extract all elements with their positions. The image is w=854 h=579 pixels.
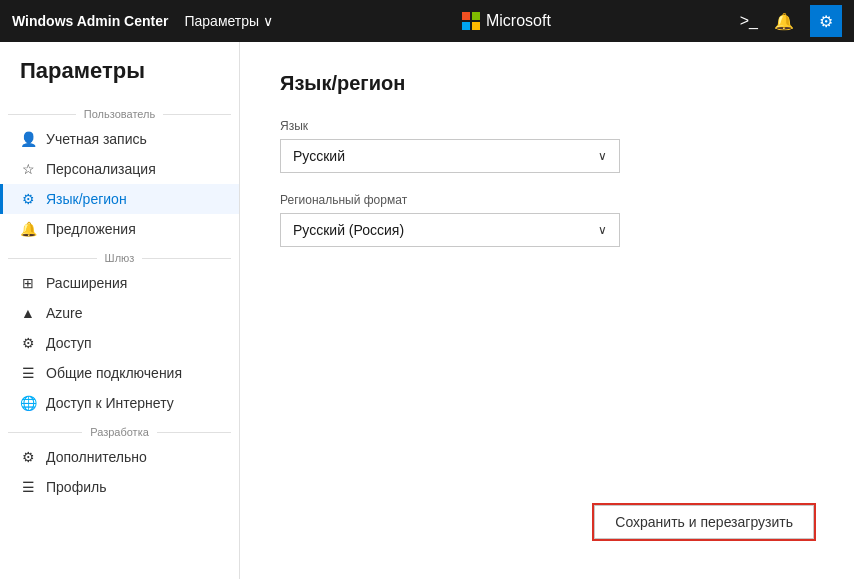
access-icon: ⚙ — [20, 335, 36, 351]
nav-parameters[interactable]: Параметры ∨ — [184, 13, 273, 29]
sidebar-item-label: Общие подключения — [46, 365, 182, 381]
sidebar-item-label: Доступ — [46, 335, 92, 351]
sidebar-item-label: Дополнительно — [46, 449, 147, 465]
language-dropdown[interactable]: Русский ∨ — [280, 139, 620, 173]
app-title: Windows Admin Center — [12, 13, 168, 29]
microsoft-label: Microsoft — [486, 12, 551, 30]
sidebar-section-dev: Разработка — [0, 418, 239, 442]
ms-sq-red — [462, 12, 470, 20]
sidebar-item-label: Язык/регион — [46, 191, 127, 207]
sidebar-item-label: Расширения — [46, 275, 127, 291]
internet-icon: 🌐 — [20, 395, 36, 411]
header: Windows Admin Center Параметры ∨ Microso… — [0, 0, 854, 42]
sidebar-item-internet[interactable]: 🌐 Доступ к Интернету — [0, 388, 239, 418]
header-center: Microsoft — [289, 12, 724, 30]
page-title: Язык/регион — [280, 72, 814, 95]
region-chevron-down-icon: ∨ — [598, 223, 607, 237]
content-area: Язык/регион Язык Русский ∨ Региональный … — [240, 42, 854, 579]
region-dropdown[interactable]: Русский (Россия) ∨ — [280, 213, 620, 247]
microsoft-logo: Microsoft — [462, 12, 551, 30]
bell-small-icon: 🔔 — [20, 221, 36, 237]
sidebar-item-label: Профиль — [46, 479, 106, 495]
region-field-label: Региональный формат — [280, 193, 814, 207]
ms-squares-icon — [462, 12, 480, 30]
sidebar-item-label: Учетная запись — [46, 131, 147, 147]
sidebar: Параметры Пользователь 👤 Учетная запись … — [0, 42, 240, 579]
extensions-icon: ⊞ — [20, 275, 36, 291]
sidebar-item-account[interactable]: 👤 Учетная запись — [0, 124, 239, 154]
sidebar-item-access[interactable]: ⚙ Доступ — [0, 328, 239, 358]
sidebar-item-label: Персонализация — [46, 161, 156, 177]
save-area: Сохранить и перезагрузить — [594, 505, 814, 539]
star-icon: ☆ — [20, 161, 36, 177]
main-layout: Параметры Пользователь 👤 Учетная запись … — [0, 42, 854, 579]
nav-parameters-label: Параметры — [184, 13, 259, 29]
ms-sq-green — [472, 12, 480, 20]
terminal-icon[interactable]: >_ — [740, 12, 758, 30]
language-field-label: Язык — [280, 119, 814, 133]
language-dropdown-value: Русский — [293, 148, 345, 164]
sidebar-item-connections[interactable]: ☰ Общие подключения — [0, 358, 239, 388]
gear-small-icon: ⚙ — [20, 191, 36, 207]
gear-button[interactable]: ⚙ — [810, 5, 842, 37]
sidebar-item-advanced[interactable]: ⚙ Дополнительно — [0, 442, 239, 472]
advanced-icon: ⚙ — [20, 449, 36, 465]
sidebar-item-language[interactable]: ⚙ Язык/регион — [0, 184, 239, 214]
azure-icon: ▲ — [20, 305, 36, 321]
language-chevron-down-icon: ∨ — [598, 149, 607, 163]
sidebar-item-personalization[interactable]: ☆ Персонализация — [0, 154, 239, 184]
region-dropdown-value: Русский (Россия) — [293, 222, 404, 238]
connections-icon: ☰ — [20, 365, 36, 381]
header-actions: >_ 🔔 ⚙ — [740, 5, 842, 37]
sidebar-section-gateway: Шлюз — [0, 244, 239, 268]
account-icon: 👤 — [20, 131, 36, 147]
save-restart-button[interactable]: Сохранить и перезагрузить — [594, 505, 814, 539]
profile-icon: ☰ — [20, 479, 36, 495]
sidebar-section-user: Пользователь — [0, 100, 239, 124]
sidebar-item-label: Azure — [46, 305, 83, 321]
ms-sq-yellow — [472, 22, 480, 30]
bell-icon[interactable]: 🔔 — [774, 12, 794, 31]
sidebar-title: Параметры — [0, 58, 239, 100]
gear-icon: ⚙ — [819, 12, 833, 31]
sidebar-item-azure[interactable]: ▲ Azure — [0, 298, 239, 328]
sidebar-item-profile[interactable]: ☰ Профиль — [0, 472, 239, 502]
sidebar-item-label: Предложения — [46, 221, 136, 237]
sidebar-item-label: Доступ к Интернету — [46, 395, 174, 411]
nav-chevron-icon: ∨ — [263, 13, 273, 29]
sidebar-item-suggestions[interactable]: 🔔 Предложения — [0, 214, 239, 244]
ms-sq-blue — [462, 22, 470, 30]
sidebar-item-extensions[interactable]: ⊞ Расширения — [0, 268, 239, 298]
